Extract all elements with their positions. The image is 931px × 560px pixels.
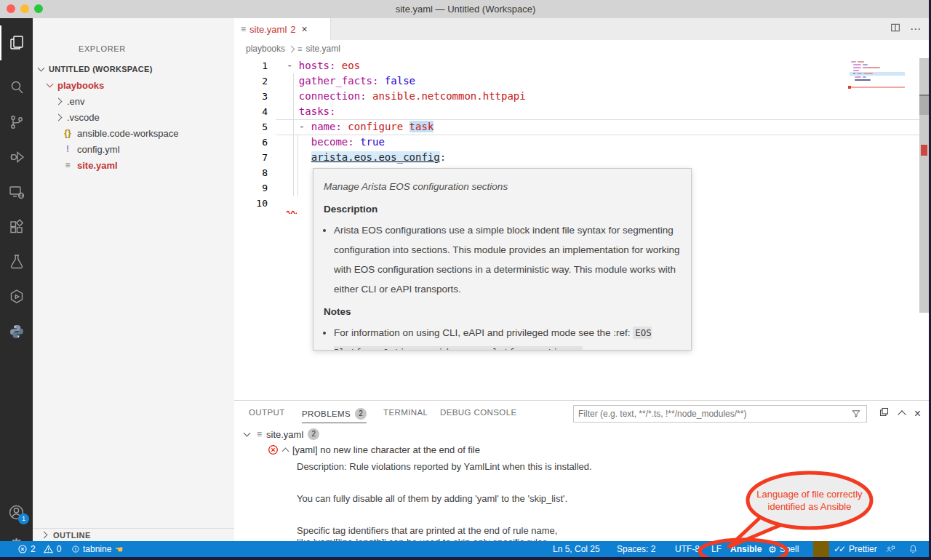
chevron-down-icon — [244, 430, 251, 437]
editor-more-actions-icon[interactable]: ⋯ — [910, 23, 921, 36]
activity-bar: 1 ⚙ 1 — [0, 18, 33, 557]
breadcrumb-file[interactable]: site.yaml — [305, 44, 340, 54]
code-line[interactable]: tasks: — [287, 104, 335, 119]
spell-checker-status[interactable]: ⚙ Spell — [768, 541, 799, 557]
line-number: 5 — [234, 119, 268, 135]
error-detail-line: Specific tag identifiers that are printe… — [297, 525, 557, 536]
problems-filter — [573, 405, 867, 423]
pointing-hand-icon: ☚ — [114, 544, 123, 555]
cursor-position-status[interactable]: Ln 5, Col 25 — [553, 541, 600, 557]
tab-label: site.yaml — [249, 24, 287, 35]
hover-notes-heading: Notes — [324, 302, 681, 321]
explorer-header: EXPLORER — [79, 44, 126, 53]
yaml-file-icon: ≡ — [62, 160, 73, 170]
line-number: 1 — [234, 58, 268, 73]
line-number: 6 — [234, 135, 268, 150]
notifications-bell-icon[interactable] — [908, 541, 919, 557]
package-icon[interactable] — [0, 279, 33, 314]
workspace-root-item[interactable]: UNTITLED (WORKSPACE) — [39, 61, 153, 77]
tab-site-yaml[interactable]: ≡ site.yaml 2 × — [234, 18, 331, 40]
line-number: 2 — [234, 73, 268, 89]
line-number: 4 — [234, 104, 268, 119]
hover-title: Manage Arista EOS configuration sections — [324, 177, 681, 196]
explorer-icon[interactable] — [0, 25, 33, 60]
problems-count-badge: 2 — [355, 408, 367, 420]
spell-gear-icon: ⚙ — [768, 544, 777, 555]
collapse-chevron-icon[interactable] — [282, 447, 289, 455]
run-debug-icon[interactable] — [0, 140, 33, 175]
close-panel-icon[interactable]: × — [914, 407, 921, 420]
tab-problem-count: 2 — [290, 24, 295, 35]
code-line[interactable]: arista.eos.eos_config: — [287, 150, 446, 165]
close-icon[interactable]: × — [302, 23, 308, 35]
window-title: site.yaml — Untitled (Workspace) — [0, 4, 931, 15]
problems-file-row[interactable]: ≡ site.yaml 2 — [244, 428, 319, 440]
problems-file-badge: 2 — [308, 428, 319, 440]
error-message: [yaml] no new line character at the end … — [292, 444, 480, 455]
editor-scrollbar-thumb[interactable] — [919, 95, 929, 115]
double-check-icon: ✓✓ — [834, 544, 844, 554]
search-icon[interactable] — [0, 70, 33, 105]
tab-output[interactable]: OUTPUT — [249, 408, 285, 417]
sidebar-item-ansible-code-workspace[interactable]: {} ansible.code-workspace — [62, 125, 178, 141]
chevron-down-icon — [38, 65, 45, 72]
tabnine-icon — [71, 545, 80, 553]
remote-explorer-icon[interactable] — [0, 175, 33, 209]
yaml-file-icon: ≡ — [297, 44, 302, 53]
code-editor[interactable]: 1 2 3 4 5 6 7 8 9 10 - hosts: eos gather… — [234, 57, 931, 400]
title-bar: site.yaml — Untitled (Workspace) — [0, 0, 931, 19]
json-braces-icon: {} — [62, 128, 73, 138]
tabnine-status[interactable]: tabnine ☚ — [71, 541, 123, 557]
error-icon — [268, 444, 279, 455]
eol-status[interactable]: LF — [711, 541, 722, 557]
language-mode-status[interactable]: Ansible — [730, 541, 762, 557]
problem-error-row[interactable]: [yaml] no new line character at the end … — [268, 444, 480, 455]
minimap[interactable] — [851, 60, 905, 95]
filter-funnel-icon[interactable] — [846, 409, 866, 419]
testing-icon[interactable] — [0, 244, 33, 279]
maximize-panel-icon[interactable] — [879, 407, 890, 420]
line-number: 3 — [234, 89, 268, 104]
prettier-status[interactable]: ✓✓ Prettier — [834, 541, 877, 557]
line-number: 9 — [234, 180, 268, 196]
encoding-status[interactable]: UTF-8 — [675, 541, 700, 557]
sidebar-item-vscode[interactable]: .vscode — [56, 109, 100, 125]
indentation-status[interactable]: Spaces: 2 — [617, 541, 655, 557]
tab-debug-console[interactable]: DEBUG CONSOLE — [440, 408, 517, 417]
chevron-right-icon — [55, 97, 63, 105]
explorer-sidebar: EXPLORER ⋯ UNTITLED (WORKSPACE) playbook… — [33, 18, 235, 557]
tab-problems[interactable]: PROBLEMS 2 — [302, 408, 367, 423]
code-line[interactable]: - name: configure task — [287, 119, 433, 135]
feedback-icon[interactable] — [884, 541, 896, 557]
sidebar-item-env[interactable]: .env — [56, 93, 85, 109]
sidebar-item-site-yaml[interactable]: ≡ site.yaml — [62, 157, 118, 173]
module-link[interactable]: arista.eos.eos_config — [311, 151, 440, 163]
code-line[interactable]: - hosts: eos — [287, 58, 360, 73]
python-icon[interactable] — [0, 314, 33, 349]
error-count-icon — [17, 544, 28, 554]
error-detail-line: You can fully disable all of them by add… — [297, 493, 567, 504]
sidebar-item-playbooks[interactable]: playbooks — [47, 77, 104, 93]
hover-tooltip: Manage Arista EOS configuration sections… — [313, 168, 692, 351]
source-control-icon[interactable] — [0, 105, 33, 140]
overview-ruler-error-marker — [921, 145, 927, 156]
problems-status[interactable]: 2 0 — [17, 541, 61, 557]
accounts-icon[interactable]: 1 — [0, 495, 33, 529]
split-editor-icon[interactable] — [890, 22, 901, 36]
breadcrumb: playbooks ≡ site.yaml — [234, 40, 931, 57]
chevron-right-icon — [288, 45, 295, 52]
outline-section-header[interactable]: OUTLINE — [33, 528, 234, 541]
accounts-badge: 1 — [18, 513, 29, 524]
tab-terminal[interactable]: TERMINAL — [383, 408, 428, 417]
panel-chevron-up-icon[interactable] — [898, 410, 906, 418]
code-line[interactable]: become: true — [287, 135, 385, 150]
code-line[interactable]: gather_facts: false — [287, 73, 415, 89]
breadcrumb-folder[interactable]: playbooks — [246, 44, 285, 54]
chevron-down-icon — [47, 81, 54, 88]
yaml-bang-icon: ! — [62, 144, 73, 154]
problems-filter-input[interactable] — [574, 409, 846, 419]
status-bar: 2 0 tabnine ☚ Ln 5, Col 25 Spaces: 2 UTF… — [0, 541, 931, 557]
code-line[interactable]: connection: ansible.netcommon.httpapi — [287, 89, 526, 104]
sidebar-item-config-yml[interactable]: ! config.yml — [62, 141, 120, 157]
extensions-icon[interactable] — [0, 209, 33, 244]
